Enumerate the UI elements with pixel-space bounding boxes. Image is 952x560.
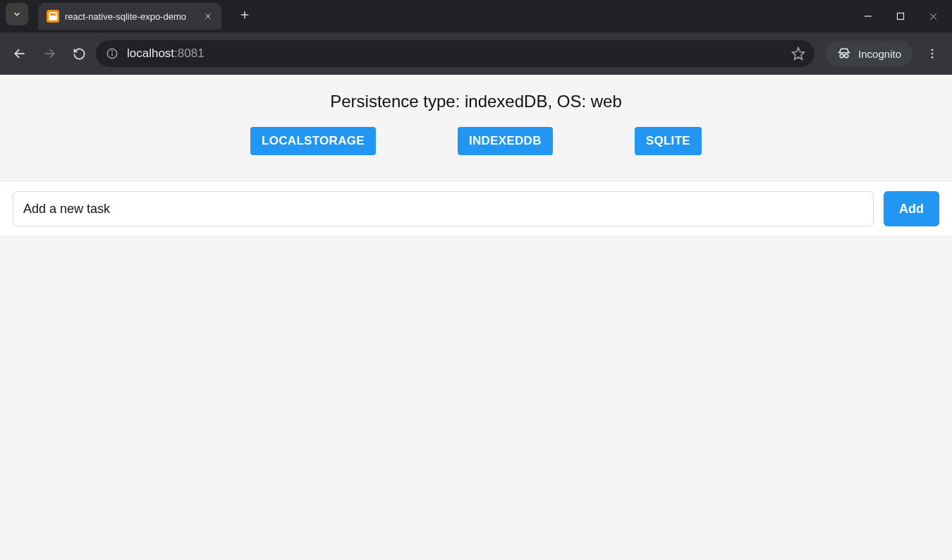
page-title: Persistence type: indexedDB, OS: web: [0, 92, 952, 111]
kebab-icon: [926, 47, 939, 60]
minimize-button[interactable]: [852, 2, 884, 30]
incognito-icon: [837, 47, 851, 61]
browser-menu-button[interactable]: [920, 41, 945, 66]
info-icon: [106, 47, 118, 60]
indexeddb-button[interactable]: INDEXEDDB: [458, 127, 553, 155]
new-tab-button[interactable]: [234, 4, 255, 25]
tab-title: react-native-sqlite-expo-demo: [65, 11, 196, 22]
url-port: :8081: [174, 47, 205, 61]
bookmark-button[interactable]: [791, 46, 806, 61]
tab-close-button[interactable]: [202, 10, 214, 23]
reload-icon: [73, 47, 86, 61]
svg-point-16: [845, 54, 848, 58]
close-window-button[interactable]: [917, 2, 949, 30]
incognito-indicator[interactable]: Incognito: [826, 41, 913, 66]
header-section: Persistence type: indexedDB, OS: web LOC…: [0, 75, 952, 181]
search-tabs-button[interactable]: [6, 3, 28, 25]
site-info-button[interactable]: [104, 46, 120, 61]
browser-chrome: react-native-sqlite-expo-demo: [0, 0, 952, 75]
svg-point-17: [932, 49, 934, 51]
localstorage-button[interactable]: LOCALSTORAGE: [250, 127, 376, 155]
add-task-button[interactable]: Add: [884, 191, 939, 226]
close-icon: [204, 12, 212, 20]
close-icon: [929, 12, 938, 21]
url-text: localhost:8081: [127, 47, 205, 61]
arrow-left-icon: [13, 47, 27, 61]
chevron-down-icon: [12, 9, 22, 19]
sqlite-button[interactable]: SQLITE: [635, 127, 702, 155]
svg-rect-5: [898, 13, 904, 20]
browser-tab[interactable]: react-native-sqlite-expo-demo: [38, 3, 221, 30]
tab-strip: react-native-sqlite-expo-demo: [0, 0, 952, 32]
back-button[interactable]: [7, 41, 32, 66]
maximize-icon: [896, 12, 905, 20]
incognito-label: Incognito: [858, 48, 901, 60]
url-host: localhost: [127, 47, 174, 61]
minimize-icon: [864, 12, 872, 20]
favicon-icon: [47, 10, 59, 23]
svg-point-12: [112, 51, 113, 51]
persistence-button-row: LOCALSTORAGE INDEXEDDB SQLITE: [0, 127, 952, 169]
page-content: Persistence type: indexedDB, OS: web LOC…: [0, 75, 952, 560]
svg-point-18: [932, 53, 934, 55]
svg-point-19: [932, 56, 934, 59]
maximize-button[interactable]: [884, 2, 917, 30]
forward-button[interactable]: [37, 41, 62, 66]
plus-icon: [239, 9, 250, 20]
address-bar[interactable]: localhost:8081: [96, 40, 814, 67]
new-task-input[interactable]: [13, 191, 874, 226]
star-icon: [791, 47, 805, 61]
reload-button[interactable]: [66, 41, 92, 66]
svg-point-15: [840, 54, 843, 58]
browser-toolbar: localhost:8081 Incognito: [0, 32, 952, 75]
arrow-right-icon: [42, 47, 56, 61]
task-input-section: Add: [0, 181, 952, 237]
svg-marker-13: [793, 48, 805, 60]
window-controls: [852, 0, 949, 32]
